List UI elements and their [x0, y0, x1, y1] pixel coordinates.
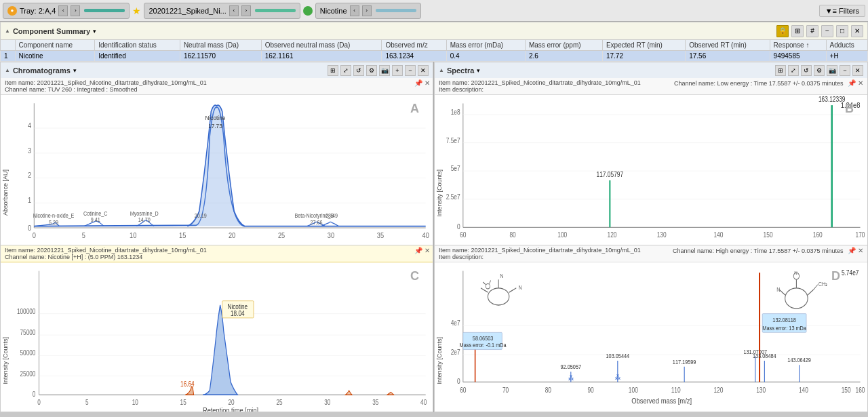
- panel-c-pin-icon[interactable]: 📌: [414, 247, 422, 254]
- col-obs-rt[interactable]: Observed RT (min): [686, 40, 770, 51]
- spectra-dropdown-icon[interactable]: ▾: [477, 67, 480, 74]
- svg-text:100: 100: [629, 386, 638, 393]
- svg-text:4e7: 4e7: [451, 319, 460, 327]
- top-bar: ● Tray: 2:A,4 ‹ › ★ 20201221_Spiked_Ni..…: [0, 0, 868, 22]
- filters-button[interactable]: ▼≡ Filters: [819, 5, 865, 17]
- chrom-icon-2[interactable]: ⤢: [340, 65, 351, 76]
- svg-text:25: 25: [278, 231, 285, 239]
- cs-close-icon[interactable]: ✕: [851, 25, 863, 37]
- panel-b-close-icon[interactable]: ✕: [858, 79, 863, 87]
- panel-c-close-icon[interactable]: ✕: [425, 247, 430, 254]
- chrom-icon-close[interactable]: ✕: [418, 65, 429, 76]
- svg-text:117.05797: 117.05797: [597, 171, 624, 178]
- chrom-icon-3[interactable]: ↺: [353, 65, 364, 76]
- panel-b-item-desc: Item description:: [439, 86, 484, 93]
- file1-prev[interactable]: ‹: [229, 5, 239, 16]
- panel-a-y-label: Absorbance [AU]: [2, 170, 9, 216]
- panel-c: Item name: 20201221_Spiked_Nicotine_dita…: [0, 245, 433, 413]
- svg-text:60: 60: [460, 386, 466, 393]
- spectra-icon-4[interactable]: ⚙: [814, 65, 825, 76]
- svg-text:20.19: 20.19: [195, 213, 208, 220]
- chrom-icon-5[interactable]: 📷: [379, 65, 390, 76]
- cs-copy-icon[interactable]: ⊞: [791, 25, 804, 37]
- col-name[interactable]: Component name: [15, 40, 95, 51]
- svg-point-130: [486, 283, 490, 289]
- svg-text:100: 100: [557, 232, 567, 239]
- col-mass-err-mda[interactable]: Mass error (mDa): [446, 40, 525, 51]
- chrom-icons: ⊞ ⤢ ↺ ⚙ 📷 + − ✕: [328, 65, 429, 76]
- svg-text:150: 150: [764, 232, 773, 239]
- component-summary-label: Component Summary: [13, 27, 90, 35]
- panel-d-svg: 0 2e7 4e7 60 70 80 90 100 110 120 130 14…: [435, 262, 867, 412]
- file2-prev[interactable]: ‹: [350, 5, 359, 16]
- file1-tab[interactable]: 20201221_Spiked_Ni... ‹ ›: [144, 3, 300, 19]
- svg-text:Mass error: -0.1 mDa: Mass error: -0.1 mDa: [460, 342, 507, 349]
- svg-text:5.29: 5.29: [49, 220, 59, 226]
- chrom-dropdown-icon[interactable]: ▾: [73, 67, 77, 74]
- panel-a-pin-icon[interactable]: 📌: [414, 79, 422, 87]
- panel-c-svg: 0 25000 50000 75000 100000 0 5 10 15 20: [1, 262, 433, 412]
- panel-b-pin-icon[interactable]: 📌: [848, 79, 856, 87]
- svg-text:Myosmine_D: Myosmine_D: [130, 210, 159, 217]
- file2-next[interactable]: ›: [362, 5, 372, 16]
- panel-d-close-icon[interactable]: ✕: [858, 247, 863, 254]
- col-response[interactable]: Response ↑: [770, 40, 826, 51]
- svg-text:N: N: [518, 284, 521, 291]
- table-row[interactable]: 1 Nicotine Identified 162.11570 162.1161…: [1, 51, 868, 62]
- svg-text:0: 0: [28, 224, 31, 232]
- svg-text:160: 160: [856, 386, 865, 393]
- svg-point-133: [785, 287, 808, 308]
- file1-next[interactable]: ›: [241, 5, 251, 16]
- filter-icon: ▼≡: [825, 7, 837, 15]
- panel-a-close-icon[interactable]: ✕: [425, 79, 430, 87]
- cs-lock-icon[interactable]: 🔒: [776, 25, 789, 37]
- tray-prev[interactable]: ‹: [58, 5, 68, 16]
- svg-line-132: [490, 280, 491, 283]
- svg-text:2: 2: [28, 172, 31, 180]
- cs-dropdown-icon[interactable]: ▾: [93, 28, 96, 35]
- panel-c-letter: C: [410, 269, 419, 283]
- svg-text:25: 25: [276, 399, 282, 406]
- cell-status: Identified: [95, 51, 180, 62]
- panel-c-item-info: Item name: 20201221_Spiked_Nicotine_dita…: [1, 245, 433, 262]
- col-mass-err-ppm[interactable]: Mass error (ppm): [525, 40, 602, 51]
- col-neutral-mass[interactable]: Neutral mass (Da): [180, 40, 261, 51]
- chrom-icon-minus[interactable]: −: [405, 65, 416, 76]
- panel-a-svg: 0 1 2 3 4 0 5 10 15 20 25: [1, 95, 433, 245]
- svg-text:2e7: 2e7: [451, 349, 460, 356]
- spectra-icon-5[interactable]: 📷: [827, 65, 837, 76]
- chrom-icon-6[interactable]: +: [392, 65, 403, 76]
- svg-text:143.06429: 143.06429: [787, 357, 811, 363]
- spectra-icon-1[interactable]: ⊞: [775, 65, 786, 76]
- panel-d-item-name: Item name: 20201221_Spiked_Nicotine_dita…: [439, 247, 641, 254]
- right-panel: ▲ Spectra ▾ ⊞ ⤢ ↺ ⚙ 📷 − ✕ Item name: 202…: [434, 62, 868, 412]
- svg-text:160: 160: [813, 232, 823, 239]
- svg-text:4: 4: [28, 121, 31, 130]
- cs-grid-icon[interactable]: #: [806, 25, 818, 37]
- col-status[interactable]: Identification status: [95, 40, 180, 51]
- chrom-icon-1[interactable]: ⊞: [328, 65, 338, 76]
- file2-tab[interactable]: Nicotine ‹ ›: [315, 3, 421, 19]
- panel-b-letter: B: [845, 102, 854, 116]
- cs-min-icon[interactable]: −: [821, 25, 833, 37]
- panel-d-chart: D 0 2e7 4e7 60 70 80 90 100: [435, 262, 867, 412]
- tray-next[interactable]: ›: [71, 5, 80, 16]
- panel-c-chart: C 0 25000 50000 75000 100000 0: [1, 262, 433, 412]
- spectra-icon-2[interactable]: ⤢: [788, 65, 799, 76]
- spectra-icon-close[interactable]: ✕: [852, 65, 863, 76]
- panel-d-pin-icon[interactable]: 📌: [848, 247, 856, 254]
- col-adducts[interactable]: Adducts: [826, 40, 867, 51]
- col-obs-neutral-mass[interactable]: Observed neutral mass (Da): [261, 40, 382, 51]
- svg-text:40: 40: [420, 399, 427, 406]
- col-obs-mz[interactable]: Observed m/z: [382, 40, 446, 51]
- tray-tab[interactable]: ● Tray: 2:A,4 ‹ ›: [3, 3, 130, 19]
- cs-max-icon[interactable]: □: [836, 25, 848, 37]
- svg-text:0: 0: [37, 399, 41, 406]
- col-exp-rt[interactable]: Expected RT (min): [602, 40, 685, 51]
- svg-text:92.05057: 92.05057: [561, 363, 582, 370]
- chrom-label: Chromatograms: [13, 66, 71, 75]
- spectra-icon-minus[interactable]: −: [840, 65, 850, 76]
- chrom-icon-4[interactable]: ⚙: [366, 65, 377, 76]
- svg-text:N: N: [776, 286, 780, 293]
- spectra-icon-3[interactable]: ↺: [801, 65, 812, 76]
